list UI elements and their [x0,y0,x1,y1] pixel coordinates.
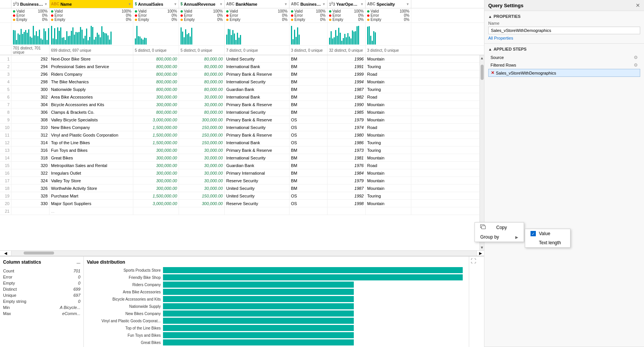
year-cell: 1986 [328,139,366,146]
table-row[interactable]: 12 314 Top of the Line Bikes 1,500,000.0… [0,139,479,146]
table-row[interactable]: 6 302 Area Bike Accessories 300,000.00 3… [0,93,479,101]
hscroll-right-arrow[interactable]: ▶ [476,251,484,256]
name-cell: Metropolitan Sales and Rental [50,162,133,169]
row-num-partial: 21 [0,207,11,215]
table-row[interactable]: 8 306 Clamps & Brackets Co. 800,000.00 8… [0,108,479,116]
table-row[interactable]: 5 300 Nationwide Supply 800,000.00 80,00… [0,86,479,93]
hscroll-left-arrow[interactable]: ◀ [0,251,11,256]
group-by-menu-item[interactable]: Group by ▶ [475,232,524,242]
step-label: Filtered Rows [491,63,634,67]
horizontal-scrollbar[interactable] [11,251,476,255]
annual-sales-cell: 300,000.00 [133,162,179,169]
btype-cell: BM [289,146,328,154]
name-label: Name [488,21,640,25]
dist-bar-fill [163,274,463,280]
col-header-name[interactable]: ABC Name ▼ [50,0,133,8]
row-num-cell: 10 [0,124,11,131]
table-row[interactable]: 4 298 The Bike Mechanics 800,000.00 80,0… [0,78,479,86]
col-header-year-opened[interactable]: 123 YearOpened ▼ [328,0,366,8]
step-gear-icon[interactable]: ⚙ [634,55,638,60]
table-row[interactable]: 2 294 Professional Sales and Service 800… [0,63,479,70]
btype-cell: BM [289,162,328,169]
id-partial [11,207,50,215]
col-header-business-type[interactable]: ABC BusinessType ▼ [289,0,328,8]
bank-cell: United Security [225,185,289,192]
col-header-bank-name[interactable]: ABC BankName ▼ [225,0,289,8]
stat-label: Empty [3,281,15,285]
all-properties-link[interactable]: All Properties [488,36,640,40]
btype-cell: OS [289,124,328,131]
col-header-annual-sales[interactable]: $ AnnualSales ▼ [133,0,179,8]
table-row[interactable]: 7 304 Bicycle Accessories and Kits 300,0… [0,101,479,108]
annual-revenue-cell: 30,000.00 [179,154,225,161]
hist-cell-id [11,23,50,45]
table-row[interactable]: 10 310 New Bikes Company 1,500,000.00 15… [0,124,479,131]
submenu-text-length-item[interactable]: Text length [525,238,570,247]
table-row[interactable]: 19 328 Purchase Mart 1,500,000.00 150,00… [0,192,479,200]
id-cell: 318 [11,154,50,161]
table-row[interactable]: 11 312 Vinyl and Plastic Goods Corporati… [0,131,479,139]
annual-revenue-cell: 30,000.00 [179,162,225,169]
name-cell: Valley Toy Store [50,177,133,184]
table-row[interactable]: 17 324 Valley Toy Store 300,000.00 30,00… [0,177,479,185]
group-by-arrow: ▶ [515,235,518,239]
btype-cell: OS [289,116,328,123]
expand-icon[interactable]: ⛶ [471,258,476,264]
annual-sales-cell: 300,000.00 [133,169,179,177]
table-row[interactable]: 9 308 Valley Bicycle Specialists 3,000,0… [0,116,479,124]
applied-step-active[interactable]: ✕ Sales_vStoreWithDemographics [488,69,640,77]
col-header-annual-revenue[interactable]: $ AnnualRevenue ▼ [179,0,225,8]
btype-cell: BM [289,63,328,70]
row-num-cell: 9 [0,116,11,123]
row-num-cell: 2 [0,63,11,70]
dist-bar-bg [163,274,466,280]
annual-revenue-cell: 80,000.00 [179,108,225,116]
annual-sales-cell: 3,000,000.00 [133,200,179,207]
spec-cell: Road [366,124,411,131]
step-gear-icon[interactable]: ⚙ [634,62,638,68]
vertical-scrollbar[interactable]: ▲ ▼ [479,55,484,250]
table-row[interactable]: 15 320 Metropolitan Sales and Rental 300… [0,162,479,169]
name-input[interactable] [488,27,640,34]
table-row[interactable]: 13 316 Fun Toys and Bikes 300,000.00 30,… [0,146,479,154]
id-cell: 306 [11,108,50,116]
col-header-business-entity-id[interactable]: 123 BusinessEntityID ▼ [11,0,50,8]
properties-collapse-arrow[interactable]: ▲ [488,14,492,19]
copy-menu-item[interactable]: Copy [475,223,524,232]
annual-sales-cell: 800,000.00 [133,55,179,62]
row-num-cell: 13 [0,146,11,154]
id-cell: 304 [11,101,50,108]
scroll-up-arrow[interactable]: ▲ [480,56,484,60]
table-row[interactable]: 18 326 Worthwhile Activity Store 300,000… [0,185,479,192]
applied-step-row[interactable]: Filtered Rows ⚙ [488,61,640,69]
btype-cell: BM [289,86,328,93]
col-stats-more-button[interactable]: ... [77,259,80,265]
applied-steps-collapse-arrow[interactable]: ▲ [488,47,492,51]
table-row[interactable]: 1 292 Next-Door Bike Store 800,000.00 80… [0,55,479,63]
qs-close-button[interactable]: ✕ [636,2,640,8]
table-row[interactable]: 14 318 Great Bikes 300,000.00 30,000.00 … [0,154,479,162]
name-cell: Major Sport Suppliers [50,200,133,207]
scrollbar-thumb[interactable] [481,65,484,80]
btype-cell: OS [289,139,328,146]
dist-bar-row: Riders Company [87,282,466,288]
step-delete-button[interactable]: ✕ [491,70,494,75]
table-row[interactable]: 16 322 Irregulars Outlet 300,000.00 30,0… [0,169,479,177]
hscroll-thumb[interactable] [24,251,54,255]
table-row[interactable]: 20 330 Major Sport Suppliers 3,000,000.0… [0,200,479,207]
submenu-value-item[interactable]: ✓ Value [525,229,570,238]
btype-cell: BM [289,169,328,177]
qs-applied-steps-title: ▲ APPLIED STEPS [488,47,640,51]
annual-revenue-cell: 300,000.00 [179,116,225,123]
stat-value: eComm... [62,311,80,316]
value-distribution: Value distribution Sports Products Store… [84,256,469,347]
row-num-cell: 14 [0,154,11,161]
annual-sales-cell: 300,000.00 [133,93,179,100]
scroll-down-arrow[interactable]: ▼ [480,245,484,250]
applied-step-row[interactable]: Source ⚙ [488,54,640,61]
annual-revenue-cell: 80,000.00 [179,63,225,70]
col-header-specialty[interactable]: ABC Specialty ▼ [366,0,411,8]
table-row[interactable]: 3 296 Riders Company 800,000.00 80,000.0… [0,70,479,78]
dist-bar-label: Vinyl and Plastic Goods Corporat... [87,319,163,323]
stat-value: 0 [78,275,80,279]
